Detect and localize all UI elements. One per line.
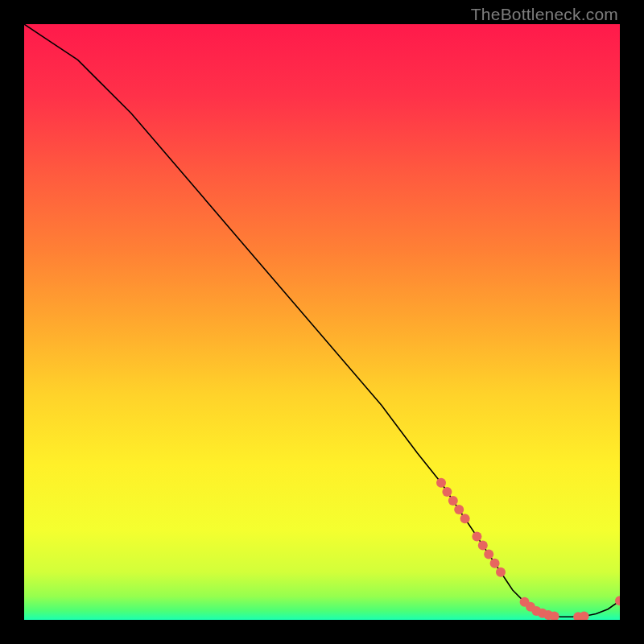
data-point [490,559,500,568]
data-point [496,568,506,577]
plot-area [24,24,620,620]
plot-svg [24,24,620,620]
data-point [460,514,470,523]
data-point [484,550,493,559]
watermark-text: TheBottleneck.com [471,5,618,24]
data-point [448,496,458,506]
data-point [442,487,452,497]
data-point [436,478,446,488]
data-point [454,505,464,514]
data-point [472,531,481,541]
gradient-background [24,24,620,620]
data-point [478,541,488,551]
chart-root: TheBottleneck.com [0,0,644,644]
